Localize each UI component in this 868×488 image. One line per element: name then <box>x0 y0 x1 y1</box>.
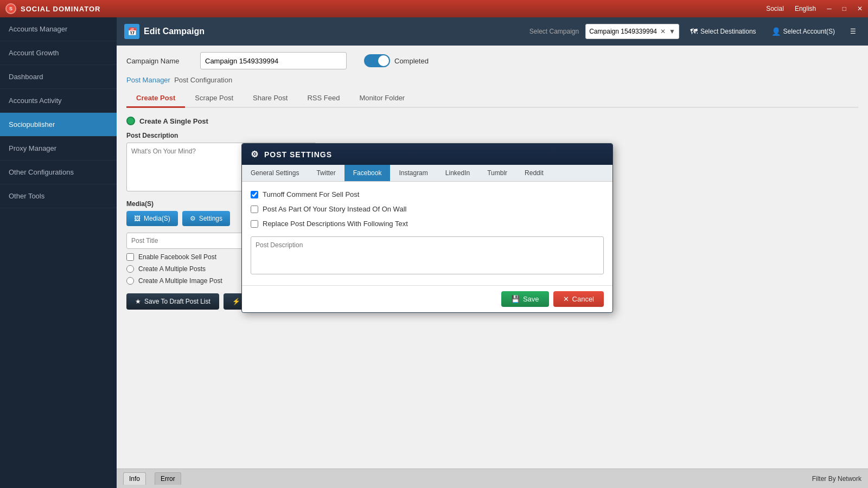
media-button[interactable]: 🖼 Media(S) <box>126 211 178 226</box>
campaign-name-input[interactable] <box>200 52 347 69</box>
post-as-story-row: Post As Part Of Your Story Instead Of On… <box>251 205 604 213</box>
topbar: 📅 Edit Campaign Select Campaign Campaign… <box>117 17 868 46</box>
bottombar: Info Error Filter By Network <box>117 468 868 488</box>
sidebar-item-proxy-manager[interactable]: Proxy Manager <box>0 137 117 160</box>
social-link[interactable]: Social <box>766 5 784 12</box>
breadcrumb-link[interactable]: Post Manager <box>126 76 170 84</box>
sidebar-item-account-growth[interactable]: Account Growth <box>0 41 117 65</box>
create-multiple-posts-label: Create A Multiple Posts <box>138 265 206 273</box>
maximize-btn[interactable]: □ <box>843 5 846 12</box>
campaign-name-row: Campaign Name Completed <box>126 52 858 69</box>
modal-tab-linkedin[interactable]: LinkedIn <box>437 165 478 181</box>
sidebar-item-dashboard[interactable]: Dashboard <box>0 65 117 89</box>
create-multiple-image-post-radio[interactable] <box>126 277 134 285</box>
media-icon: 🖼 <box>134 215 141 222</box>
completed-toggle-wrap: Completed <box>364 54 429 67</box>
campaign-clear-btn[interactable]: ✕ <box>660 28 666 35</box>
settings-icon: ⚙ <box>190 215 196 222</box>
enable-facebook-sell-post-label: Enable Facebook Sell Post <box>138 253 216 261</box>
sidebar-item-accounts-manager[interactable]: Accounts Manager <box>0 17 117 41</box>
tab-share-post[interactable]: Share Post <box>243 89 297 108</box>
modal-tab-tumblr[interactable]: Tumblr <box>478 165 516 181</box>
titlebar: S SOCIAL DOMINATOR Social English ─ □ ✕ <box>0 0 868 17</box>
bottom-tab-info[interactable]: Info <box>123 472 146 485</box>
filter-by-network[interactable]: Filter By Network <box>812 475 861 483</box>
modal-cancel-button[interactable]: ✕ Cancel <box>553 291 604 307</box>
accounts-icon: 👤 <box>771 27 781 36</box>
modal-title: POST SETTINGS <box>264 150 332 159</box>
bottom-tab-error[interactable]: Error <box>155 472 181 485</box>
campaign-value: Campaign 1549339994 <box>589 28 657 35</box>
modal-header: ⚙ POST SETTINGS <box>242 144 612 165</box>
completed-toggle[interactable] <box>364 54 390 67</box>
titlebar-right: Social English ─ □ ✕ <box>766 5 863 12</box>
modal-tab-facebook[interactable]: Facebook <box>344 165 391 181</box>
modal-tabs: General Settings Twitter Facebook Instag… <box>242 165 612 182</box>
modal-tab-twitter[interactable]: Twitter <box>308 165 344 181</box>
settings-button[interactable]: ⚙ Settings <box>182 211 230 226</box>
content-area: Campaign Name Completed Post Manager Pos… <box>117 46 868 468</box>
menu-btn[interactable]: ☰ <box>846 25 860 37</box>
modal-tab-reddit[interactable]: Reddit <box>516 165 552 181</box>
language-link[interactable]: English <box>795 5 816 12</box>
cancel-icon: ✕ <box>563 295 569 303</box>
turnoff-comment-label: Turnoff Comment For Sell Post <box>263 190 359 198</box>
tab-monitor-folder[interactable]: Monitor Folder <box>349 89 414 108</box>
modal-save-button[interactable]: 💾 Save <box>501 291 549 307</box>
completed-label: Completed <box>394 57 429 65</box>
modal-tab-general[interactable]: General Settings <box>242 165 308 181</box>
breadcrumb: Post Manager Post Configuration <box>126 76 858 84</box>
post-as-story-checkbox[interactable] <box>251 206 258 213</box>
main-layout: Accounts Manager Account Growth Dashboar… <box>0 17 868 488</box>
sidebar-item-other-configurations[interactable]: Other Configurations <box>0 160 117 184</box>
create-single-post-radio[interactable] <box>126 117 135 125</box>
modal-body: Turnoff Comment For Sell Post Post As Pa… <box>242 182 612 285</box>
create-single-post-label: Create A Single Post <box>139 117 208 125</box>
select-campaign-label: Select Campaign <box>529 28 579 35</box>
menu-icon: ☰ <box>850 28 856 35</box>
save-icon: 💾 <box>511 295 520 303</box>
tab-rss-feed[interactable]: RSS Feed <box>297 89 349 108</box>
replace-desc-checkbox[interactable] <box>251 220 258 228</box>
sidebar: Accounts Manager Account Growth Dashboar… <box>0 17 117 488</box>
sidebar-item-other-tools[interactable]: Other Tools <box>0 184 117 208</box>
turnoff-comment-checkbox[interactable] <box>251 191 258 198</box>
app-logo: S <box>5 3 16 14</box>
modal-gear-icon: ⚙ <box>251 149 259 159</box>
star-icon: ★ <box>135 298 141 305</box>
enable-facebook-sell-post-checkbox[interactable] <box>126 253 134 261</box>
page-title: 📅 Edit Campaign <box>124 24 205 39</box>
post-description-label: Post Description <box>126 132 858 139</box>
campaign-dropdown-btn[interactable]: ▼ <box>669 28 675 35</box>
post-settings-modal: ⚙ POST SETTINGS General Settings Twitter… <box>241 143 613 313</box>
lightning-icon: ⚡ <box>232 298 240 305</box>
modal-tab-instagram[interactable]: Instagram <box>390 165 436 181</box>
create-multiple-posts-radio[interactable] <box>126 265 134 273</box>
select-accounts-btn[interactable]: 👤 Select Account(S) <box>767 25 839 38</box>
campaign-name-label: Campaign Name <box>126 57 192 65</box>
sidebar-item-sociopublisher[interactable]: Sociopublisher <box>0 113 117 137</box>
modal-footer: 💾 Save ✕ Cancel <box>242 285 612 312</box>
modal-post-description-textarea[interactable] <box>251 236 604 274</box>
campaign-selector[interactable]: Campaign 1549339994 ✕ ▼ <box>585 24 679 39</box>
calendar-icon: 📅 <box>124 24 139 39</box>
tab-scrape-post[interactable]: Scrape Post <box>185 89 243 108</box>
close-btn[interactable]: ✕ <box>857 5 863 12</box>
create-multiple-image-post-label: Create A Multiple Image Post <box>138 277 222 285</box>
turnoff-comment-row: Turnoff Comment For Sell Post <box>251 190 604 198</box>
replace-desc-row: Replace Post Descriptions With Following… <box>251 220 604 228</box>
sidebar-item-accounts-activity[interactable]: Accounts Activity <box>0 89 117 113</box>
breadcrumb-page: Post Configuration <box>174 76 232 84</box>
select-destinations-btn[interactable]: 🗺 Select Destinations <box>686 25 761 38</box>
post-config-tabs: Create Post Scrape Post Share Post RSS F… <box>126 89 858 108</box>
minimize-btn[interactable]: ─ <box>827 5 832 12</box>
tab-create-post[interactable]: Create Post <box>126 89 185 108</box>
save-draft-button[interactable]: ★ Save To Draft Post List <box>126 293 219 310</box>
post-as-story-label: Post As Part Of Your Story Instead Of On… <box>263 205 406 213</box>
toggle-knob <box>378 55 389 66</box>
destinations-icon: 🗺 <box>690 27 698 36</box>
replace-desc-label: Replace Post Descriptions With Following… <box>263 220 408 228</box>
create-single-post-option: Create A Single Post <box>126 117 858 125</box>
app-title: SOCIAL DOMINATOR <box>21 5 100 13</box>
main-panel: 📅 Edit Campaign Select Campaign Campaign… <box>117 17 868 488</box>
